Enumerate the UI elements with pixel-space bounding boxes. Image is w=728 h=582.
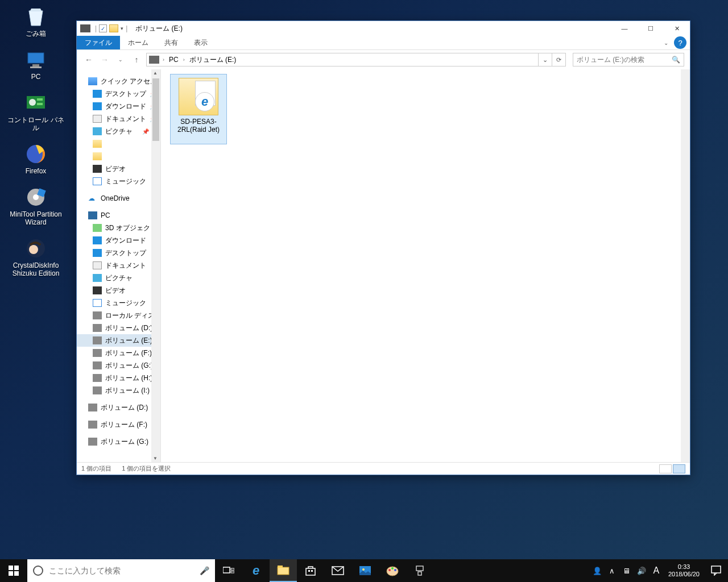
folder-thumbnail: pdf e [179, 78, 218, 115]
tray-network-icon[interactable]: 🖥 [619, 559, 634, 582]
content-pane[interactable]: pdf e SD-PESA3-2RL(Raid Jet) [161, 69, 690, 462]
tree-music[interactable]: ミュージック [77, 297, 160, 309]
tray-ime-icon[interactable]: A [649, 559, 664, 582]
addressbar-dropdown[interactable]: ⌄ [538, 53, 552, 66]
tree-pc[interactable]: PC [77, 209, 160, 222]
mic-icon[interactable]: 🎤 [200, 566, 209, 575]
action-center-button[interactable] [704, 566, 728, 576]
tray-people-icon[interactable]: 👤 [590, 559, 605, 582]
tree-music[interactable]: ミュージック [77, 175, 160, 188]
breadcrumb-pc[interactable]: PC [167, 56, 181, 64]
taskbar-search-input[interactable] [49, 566, 194, 575]
tree-onedrive[interactable]: ☁OneDrive [77, 192, 160, 205]
tab-home[interactable]: ホーム [120, 36, 156, 49]
navigation-pane[interactable]: クイック アクセス デスクトップ📌 ダウンロード📌 ドキュメント📌 ピクチャ📌 … [77, 69, 161, 462]
tree-volume-h[interactable]: ボリューム (H:) [77, 372, 160, 384]
ribbon-expand-button[interactable]: ⌄ [658, 36, 674, 49]
start-button[interactable] [0, 559, 27, 582]
taskbar-app-explorer[interactable] [270, 559, 297, 582]
close-button[interactable]: ✕ [664, 21, 690, 36]
minitool-icon [24, 185, 48, 209]
taskbar: 🎤 e 👤 ∧ 🖥 🔊 A 0:33 2018/06/20 [0, 559, 728, 582]
pc-icon [24, 48, 48, 72]
svg-rect-24 [311, 570, 313, 572]
svg-rect-5 [37, 98, 43, 101]
breadcrumb-caret[interactable]: › [182, 57, 186, 63]
desktop-icon-crystaldiskinfo[interactable]: CrystalDiskInfo Shizuku Edition [5, 236, 67, 277]
content-scrollbar[interactable] [681, 69, 690, 462]
up-button[interactable]: ↑ [130, 53, 143, 66]
tree-volume-f2[interactable]: ボリューム (F:) [77, 418, 160, 431]
tree-volume-d2[interactable]: ボリューム (D:) [77, 401, 160, 414]
tree-volume-g2[interactable]: ボリューム (G:) [77, 435, 160, 448]
tree-folder[interactable] [77, 138, 160, 150]
search-box[interactable]: ボリューム (E:)の検索 🔍 [573, 53, 684, 66]
tab-view[interactable]: 表示 [186, 36, 216, 49]
tree-pictures[interactable]: ピクチャ📌 [77, 125, 160, 138]
tree-volume-i[interactable]: ボリューム (I:) [77, 384, 160, 397]
desktop-icon-minitool[interactable]: MiniTool Partition Wizard [5, 185, 67, 226]
qat-properties-icon[interactable]: ✓ [99, 24, 107, 32]
desktop-icon-control-panel[interactable]: コントロール パネル [5, 91, 67, 132]
tray-overflow-icon[interactable]: ∧ [605, 559, 619, 582]
tree-desktop[interactable]: デスクトップ📌 [77, 88, 160, 100]
system-tray: 👤 ∧ 🖥 🔊 A 0:33 2018/06/20 [590, 559, 728, 582]
breadcrumb-caret[interactable]: › [162, 57, 166, 63]
desktop-icon-firefox[interactable]: Firefox [5, 142, 67, 175]
maximize-button[interactable]: ☐ [638, 21, 664, 36]
scrollbar-thumb[interactable] [152, 78, 159, 141]
tree-downloads[interactable]: ダウンロード📌 [77, 100, 160, 113]
tree-local-disk-c[interactable]: ローカル ディスク (C:) [77, 309, 160, 322]
search-placeholder: ボリューム (E:)の検索 [577, 55, 644, 65]
view-icons-button[interactable] [673, 464, 685, 473]
refresh-button[interactable]: ⟳ [552, 53, 565, 66]
address-bar[interactable]: › PC › ボリューム (E:) ⌄ ⟳ [146, 53, 566, 66]
task-view-button[interactable] [215, 559, 242, 582]
taskbar-app-store[interactable] [297, 559, 324, 582]
tab-share[interactable]: 共有 [156, 36, 186, 49]
desktop-icon-pc[interactable]: PC [5, 48, 67, 81]
taskbar-app-settings[interactable] [406, 559, 433, 582]
qat-customize-icon[interactable]: ▾ [121, 26, 123, 31]
tab-file[interactable]: ファイル [77, 36, 120, 49]
tree-documents[interactable]: ドキュメント [77, 259, 160, 272]
tree-volume-g[interactable]: ボリューム (G:) [77, 359, 160, 372]
tray-time: 0:33 [678, 563, 690, 571]
taskbar-app-photos[interactable] [351, 559, 379, 582]
tree-folder[interactable] [77, 150, 160, 163]
tree-quick-access[interactable]: クイック アクセス [77, 75, 160, 88]
desktop-icon-recycle-bin[interactable]: ごみ箱 [5, 5, 67, 38]
file-item-folder[interactable]: pdf e SD-PESA3-2RL(Raid Jet) [170, 74, 227, 144]
taskbar-app-mail[interactable] [324, 559, 351, 582]
tree-pictures[interactable]: ピクチャ [77, 272, 160, 284]
taskbar-app-paint[interactable] [379, 559, 406, 582]
tray-volume-icon[interactable]: 🔊 [634, 559, 649, 582]
help-button[interactable]: ? [674, 36, 686, 49]
svg-rect-19 [231, 571, 234, 573]
tree-downloads[interactable]: ダウンロード [77, 234, 160, 247]
qat-newfolder-icon[interactable] [109, 24, 118, 32]
tree-documents[interactable]: ドキュメント📌 [77, 113, 160, 125]
view-details-button[interactable] [659, 464, 672, 473]
tree-videos[interactable]: ビデオ [77, 163, 160, 175]
tray-clock[interactable]: 0:33 2018/06/20 [664, 559, 704, 582]
recent-locations-button[interactable]: ⌄ [114, 53, 127, 66]
breadcrumb-volume[interactable]: ボリューム (E:) [187, 55, 239, 65]
tree-volume-d[interactable]: ボリューム (D:) [77, 322, 160, 334]
svg-rect-6 [37, 103, 43, 105]
tree-3d-objects[interactable]: 3D オブジェクト [77, 222, 160, 234]
svg-rect-34 [712, 566, 721, 573]
tree-videos[interactable]: ビデオ [77, 284, 160, 297]
taskbar-search[interactable]: 🎤 [27, 559, 215, 582]
titlebar[interactable]: | ✓ ▾ | ボリューム (E:) — ☐ ✕ [77, 21, 690, 36]
view-switcher [659, 464, 685, 473]
desktop-icon-label: CrystalDiskInfo Shizuku Edition [5, 261, 67, 277]
back-button[interactable]: ← [82, 53, 95, 66]
taskbar-app-edge[interactable]: e [242, 559, 270, 582]
forward-button[interactable]: → [98, 53, 111, 66]
minimize-button[interactable]: — [611, 21, 638, 36]
navpane-scrollbar[interactable] [151, 69, 160, 462]
tree-volume-e[interactable]: ボリューム (E:) [77, 334, 160, 347]
tree-desktop[interactable]: デスクトップ [77, 247, 160, 259]
tree-volume-f[interactable]: ボリューム (F:) [77, 347, 160, 359]
